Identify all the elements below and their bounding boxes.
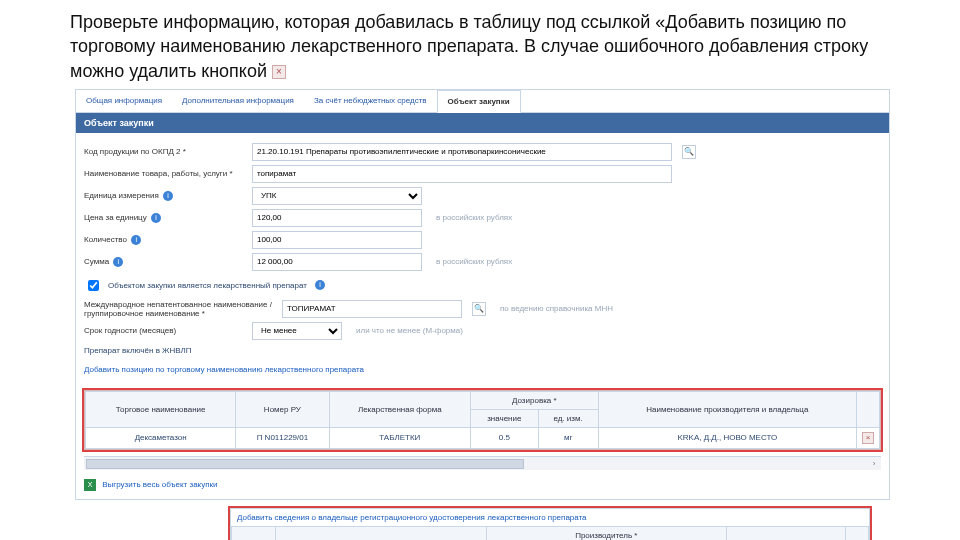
okpd-label: Код продукции по ОКПД 2 * xyxy=(84,147,186,156)
price-input[interactable] xyxy=(252,209,422,227)
mnn-hint: по ведению справочника МНН xyxy=(500,304,613,313)
export-link[interactable]: Выгрузить весь объект закупки xyxy=(102,480,217,489)
instruction-text: Проверьте информацию, которая добавилась… xyxy=(70,12,868,81)
form-area: Код продукции по ОКПД 2 * 🔍 Наименование… xyxy=(76,133,889,384)
scroll-thumb[interactable] xyxy=(86,459,524,469)
info-icon: i xyxy=(151,213,161,223)
cell-ru: П N011229/01 xyxy=(236,427,329,448)
col-ru: Номер РУ xyxy=(236,391,329,427)
delete-icon: × xyxy=(272,65,286,79)
scroll-right-icon[interactable]: › xyxy=(867,457,881,471)
currency-label: Единица измерения xyxy=(84,191,159,200)
info-icon: i xyxy=(163,191,173,201)
col-dosage-val: значение xyxy=(471,409,539,427)
mnn-label: Международное непатентованное наименован… xyxy=(84,300,272,318)
table-row: Дексаметазон П N011229/01 ТАБЛЕТКИ 0.5 м… xyxy=(86,427,880,448)
col-dosage-unit: ед. изм. xyxy=(538,409,598,427)
cell-d1: 0.5 xyxy=(471,427,539,448)
cell-trade: Дексаметазон xyxy=(86,427,236,448)
name-label: Наименование товара, работы, услуги * xyxy=(84,169,233,178)
tab-additional[interactable]: Дополнительная информация xyxy=(172,90,304,112)
info-icon: i xyxy=(131,235,141,245)
is-drug-checkbox[interactable] xyxy=(88,280,99,291)
price-label: Цена за единицу xyxy=(84,213,147,222)
col-manufacturer: Наименование производителя и владельца xyxy=(598,391,856,427)
sum-input[interactable] xyxy=(252,253,422,271)
col-trade: Торговое наименование xyxy=(86,391,236,427)
holders-caption[interactable]: Добавить сведения о владельце регистраци… xyxy=(231,509,869,526)
horizontal-scrollbar[interactable]: ‹ › xyxy=(84,456,881,470)
excel-icon: X xyxy=(84,479,96,491)
add-position-link[interactable]: Добавить позицию по торговому наименован… xyxy=(84,365,364,374)
col-holder: Наименование держателя или владельца РУ xyxy=(276,526,487,540)
okpd-input[interactable] xyxy=(252,143,672,161)
col-id: адреса xyxy=(232,526,276,540)
trade-table-wrap: Торговое наименование Номер РУ Лекарстве… xyxy=(84,390,881,450)
name-input[interactable] xyxy=(252,165,672,183)
price-hint: в российских рублях xyxy=(436,213,512,222)
sum-label: Сумма xyxy=(84,257,109,266)
trade-table: Торговое наименование Номер РУ Лекарстве… xyxy=(85,391,880,449)
col-pack: вид первичной упаковки xyxy=(726,526,845,540)
term-extra: или что не менее (М-форма) xyxy=(356,326,463,335)
qty-label: Количество xyxy=(84,235,127,244)
col-form: Лекарственная форма xyxy=(329,391,470,427)
delete-row-button[interactable]: × xyxy=(862,432,874,444)
cell-manuf: KRKA, Д.Д., НОВО МЕСТО xyxy=(598,427,856,448)
term-select[interactable]: Не менее xyxy=(252,322,342,340)
search-icon[interactable]: 🔍 xyxy=(472,302,486,316)
info-icon: i xyxy=(113,257,123,267)
cell-d2: мг xyxy=(538,427,598,448)
tab-general[interactable]: Общая информация xyxy=(76,90,172,112)
col-manuf-group: Производитель * xyxy=(486,526,726,540)
info-icon: i xyxy=(315,280,325,290)
qty-input[interactable] xyxy=(252,231,422,249)
is-drug-label: Объектом закупки является лекарственный … xyxy=(108,281,307,290)
tab-object[interactable]: Объект закупки xyxy=(437,90,521,113)
holders-snippet: Добавить сведения о владельце регистраци… xyxy=(230,508,870,540)
mnn-input[interactable] xyxy=(282,300,462,318)
currency-select[interactable]: УПК xyxy=(252,187,422,205)
search-icon[interactable]: 🔍 xyxy=(682,145,696,159)
section-header: Объект закупки xyxy=(76,113,889,133)
tab-bar: Общая информация Дополнительная информац… xyxy=(76,90,889,113)
app-panel: Общая информация Дополнительная информац… xyxy=(75,89,890,500)
cell-form: ТАБЛЕТКИ xyxy=(329,427,470,448)
jnvlp-label: Препарат включён в ЖНВЛП xyxy=(84,346,192,355)
col-dosage-group: Дозировка * xyxy=(471,391,599,409)
tab-nonbudget[interactable]: За счёт небюджетных средств xyxy=(304,90,437,112)
sum-hint: в российских рублях xyxy=(436,257,512,266)
term-label: Срок годности (месяцев) xyxy=(84,326,176,335)
